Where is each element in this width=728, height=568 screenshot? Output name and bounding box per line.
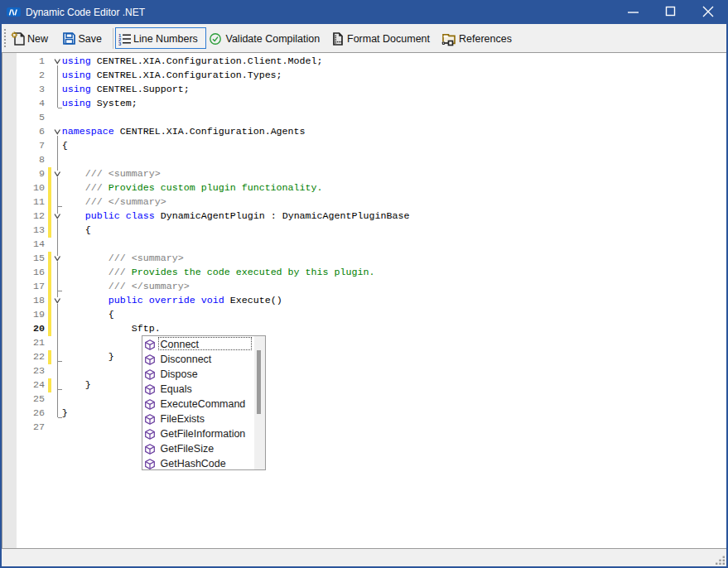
svg-text:3: 3: [118, 41, 122, 46]
